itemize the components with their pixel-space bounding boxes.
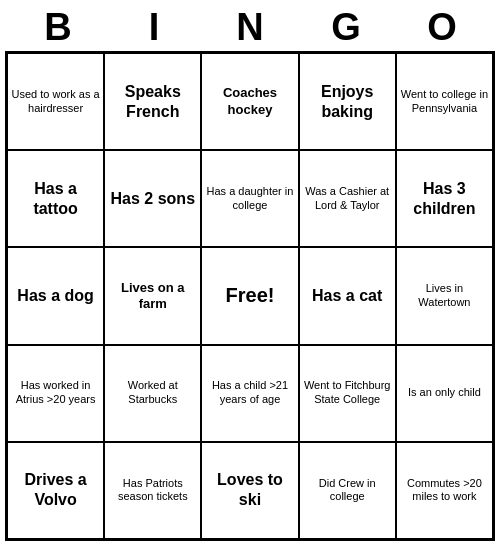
bingo-cell-21: Has Patriots season tickets [104, 442, 201, 539]
bingo-cell-9: Has 3 children [396, 150, 493, 247]
bingo-cell-18: Went to Fitchburg State College [299, 345, 396, 442]
bingo-cell-15: Has worked in Atrius >20 years [7, 345, 104, 442]
bingo-cell-16: Worked at Starbucks [104, 345, 201, 442]
letter-b: B [18, 6, 98, 49]
bingo-cell-4: Went to college in Pennsylvania [396, 53, 493, 150]
bingo-cell-0: Used to work as a hairdresser [7, 53, 104, 150]
bingo-cell-17: Has a child >21 years of age [201, 345, 298, 442]
bingo-cell-7: Has a daughter in college [201, 150, 298, 247]
bingo-cell-5: Has a tattoo [7, 150, 104, 247]
bingo-cell-6: Has 2 sons [104, 150, 201, 247]
bingo-cell-23: Did Crew in college [299, 442, 396, 539]
letter-n: N [210, 6, 290, 49]
bingo-header: B I N G O [10, 0, 490, 51]
bingo-cell-13: Has a cat [299, 247, 396, 344]
letter-g: G [306, 6, 386, 49]
bingo-cell-11: Lives on a farm [104, 247, 201, 344]
bingo-grid: Used to work as a hairdresserSpeaks Fren… [5, 51, 495, 541]
bingo-cell-12: Free! [201, 247, 298, 344]
letter-o: O [402, 6, 482, 49]
bingo-cell-2: Coaches hockey [201, 53, 298, 150]
bingo-cell-24: Commutes >20 miles to work [396, 442, 493, 539]
letter-i: I [114, 6, 194, 49]
bingo-cell-10: Has a dog [7, 247, 104, 344]
bingo-cell-1: Speaks French [104, 53, 201, 150]
bingo-cell-8: Was a Cashier at Lord & Taylor [299, 150, 396, 247]
bingo-cell-20: Drives a Volvo [7, 442, 104, 539]
bingo-cell-14: Lives in Watertown [396, 247, 493, 344]
bingo-cell-3: Enjoys baking [299, 53, 396, 150]
bingo-cell-19: Is an only child [396, 345, 493, 442]
bingo-cell-22: Loves to ski [201, 442, 298, 539]
